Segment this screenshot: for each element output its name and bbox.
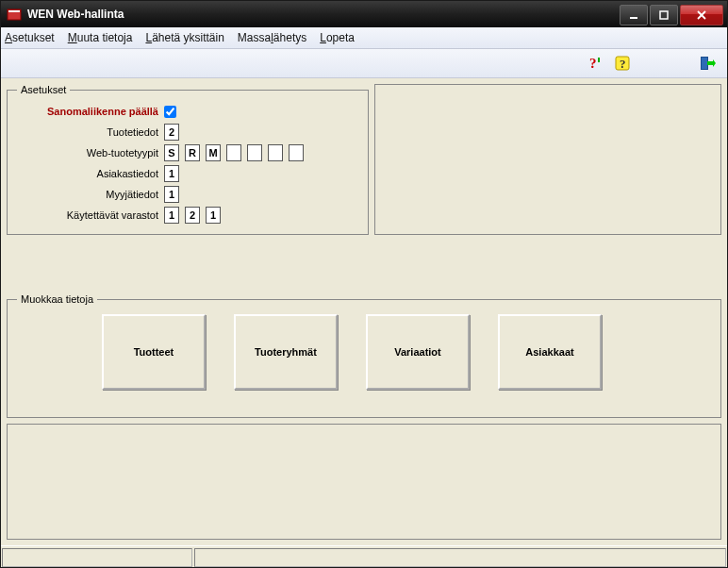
svg-rect-11 xyxy=(702,58,707,69)
menu-lopeta[interactable]: Lopeta xyxy=(320,31,355,44)
edit-legend: Muokkaa tietoja xyxy=(17,293,97,305)
button-asiakkaat[interactable]: Asiakkaat xyxy=(498,314,602,390)
label-myyjatiedot: Myyjätiedot xyxy=(17,189,158,200)
menu-muuta-tietoja[interactable]: Muuta tietoja xyxy=(68,31,133,44)
input-web-type-6[interactable] xyxy=(289,144,304,161)
svg-text:?: ? xyxy=(620,57,626,71)
svg-rect-3 xyxy=(660,11,668,19)
settings-legend: Asetukset xyxy=(17,84,70,95)
app-window: WEN Web-hallinta Asetukset Muuta tietoja… xyxy=(0,0,728,568)
menu-laheta-yksittain[interactable]: Lähetä yksittäin xyxy=(145,31,223,44)
input-varasto-1[interactable] xyxy=(185,207,200,224)
label-asiakastiedot: Asiakastiedot xyxy=(17,168,158,179)
input-myyjatiedot[interactable] xyxy=(164,186,179,203)
svg-rect-1 xyxy=(8,10,20,12)
close-button[interactable] xyxy=(680,5,723,25)
checkbox-sanomaliikenne[interactable] xyxy=(164,106,176,118)
label-varastot: Käytettävät varastot xyxy=(17,209,158,221)
settings-group: Asetukset Sanomaliikenne päällä Tuotetie… xyxy=(7,84,369,235)
input-varasto-2[interactable] xyxy=(206,207,221,224)
edit-group: Muokkaa tietoja Tuotteet Tuoteryhmät Var… xyxy=(7,293,721,418)
label-tuotetiedot: Tuotetiedot xyxy=(17,126,158,138)
content-area: Asetukset Sanomaliikenne päällä Tuotetie… xyxy=(1,78,727,545)
button-tuoteryhmat[interactable]: Tuoteryhmät xyxy=(234,314,338,390)
input-web-type-0[interactable] xyxy=(164,144,179,161)
button-variaatiot[interactable]: Variaatiot xyxy=(366,314,470,390)
input-varasto-0[interactable] xyxy=(164,207,179,224)
toolbar: ? ? xyxy=(1,49,727,78)
app-icon xyxy=(7,7,22,22)
menu-massalahetys[interactable]: Massalähetys xyxy=(238,31,306,44)
input-web-type-2[interactable] xyxy=(206,144,221,161)
svg-rect-2 xyxy=(630,17,637,19)
menubar: Asetukset Muuta tietoja Lähetä yksittäin… xyxy=(1,27,727,49)
window-title: WEN Web-hallinta xyxy=(27,8,124,21)
button-tuotteet[interactable]: Tuotteet xyxy=(102,314,206,390)
titlebar: WEN Web-hallinta xyxy=(1,1,727,27)
status-cell-1 xyxy=(2,548,192,567)
menu-asetukset[interactable]: Asetukset xyxy=(5,31,55,44)
exit-icon[interactable] xyxy=(695,52,720,75)
input-asiakastiedot[interactable] xyxy=(164,165,179,182)
input-web-type-3[interactable] xyxy=(226,144,241,161)
maximize-button[interactable] xyxy=(650,5,678,25)
status-cell-2 xyxy=(194,548,726,567)
input-web-type-1[interactable] xyxy=(185,144,200,161)
svg-marker-12 xyxy=(707,59,716,67)
help-icon[interactable]: ? xyxy=(610,52,635,75)
input-web-type-5[interactable] xyxy=(268,144,283,161)
preview-panel xyxy=(374,84,721,235)
lower-panel xyxy=(7,424,721,540)
label-web-tuotetyypit: Web-tuotetyypit xyxy=(17,147,158,159)
statusbar xyxy=(1,545,727,567)
label-sanomaliikenne: Sanomaliikenne päällä xyxy=(17,106,158,117)
svg-rect-7 xyxy=(598,58,600,62)
input-web-type-4[interactable] xyxy=(247,144,262,161)
help-question-icon[interactable]: ? xyxy=(582,52,606,75)
svg-text:?: ? xyxy=(589,56,597,71)
minimize-button[interactable] xyxy=(620,5,648,25)
input-tuotetiedot[interactable] xyxy=(164,124,179,141)
window-controls xyxy=(620,5,723,24)
